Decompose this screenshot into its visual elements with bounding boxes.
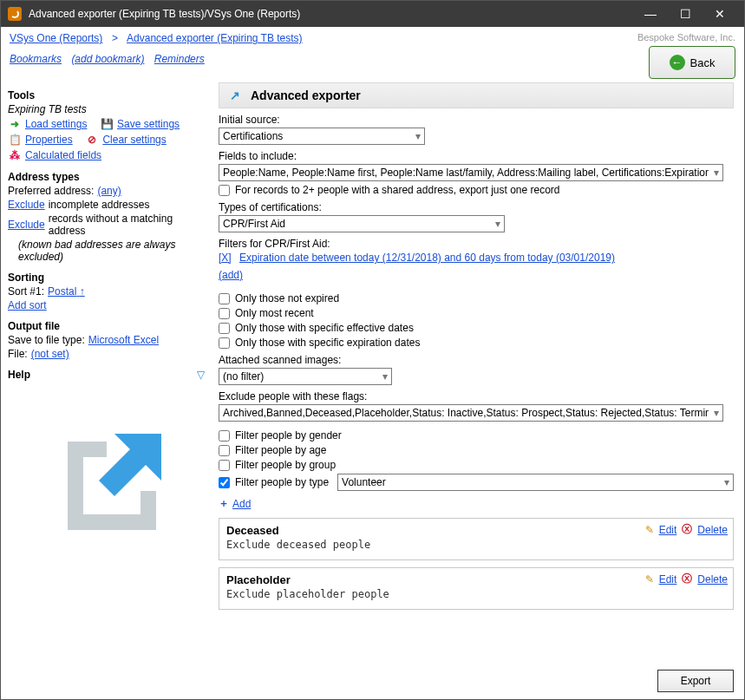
only-effective-dates-label: Only those with specific effective dates — [235, 322, 414, 334]
filter-gender-label: Filter people by gender — [235, 429, 342, 442]
exclude-incomplete-tail: incomplete addresses — [49, 199, 150, 211]
add-sort-link[interactable]: Add sort — [8, 299, 47, 311]
clear-settings-link[interactable]: Clear settings — [102, 134, 166, 146]
save-settings-link[interactable]: Save settings — [117, 118, 180, 130]
export-large-icon — [8, 415, 205, 546]
exclude-flags-select[interactable]: Archived,Banned,Deceased,Placeholder,Sta… — [219, 404, 723, 422]
sort1-link[interactable]: Postal ↑ — [48, 285, 85, 298]
preferred-address-label: Preferred address: — [8, 185, 94, 197]
exclude-incomplete-link[interactable]: Exclude — [8, 199, 45, 211]
sort-asc-icon: ↑ — [80, 285, 85, 298]
chevron-down-icon: ▾ — [495, 218, 500, 230]
remove-filter-link[interactable]: [X] — [219, 252, 232, 264]
exclusion-card: ✎ Edit ⓧ Delete Placeholder Exclude plac… — [219, 567, 734, 610]
help-expand-icon[interactable]: ▽ — [197, 369, 205, 381]
delete-icon: ⓧ — [682, 572, 692, 586]
shared-address-label: For records to 2+ people with a shared a… — [235, 184, 560, 196]
add-filter-link[interactable]: (add) — [219, 269, 243, 281]
only-expiration-dates-label: Only those with specific expiration date… — [235, 337, 420, 349]
pencil-icon: ✎ — [645, 573, 654, 586]
content: ↗ Advanced exporter Initial source: Cert… — [212, 79, 744, 663]
only-not-expired-checkbox[interactable] — [219, 293, 230, 304]
chevron-down-icon: ▾ — [724, 476, 729, 488]
sorting-heading: Sorting — [8, 271, 205, 284]
filter-type-value: Volunteer — [342, 476, 386, 488]
breadcrumb: VSys One (Reports) > Advanced exporter (… — [10, 32, 631, 44]
reminders-link[interactable]: Reminders — [154, 53, 205, 65]
edit-link[interactable]: Edit — [659, 573, 677, 586]
export-button[interactable]: Export — [657, 670, 734, 692]
sidebar: Tools Expiring TB tests ➜ Load settings … — [1, 79, 212, 663]
output-type-link[interactable]: Microsoft Excel — [88, 334, 159, 346]
cert-types-value: CPR/First Aid — [223, 218, 285, 230]
delete-link[interactable]: Delete — [697, 573, 728, 586]
filter-group-checkbox[interactable] — [219, 460, 230, 471]
exclude-flags-label: Exclude people with these flags: — [219, 390, 734, 402]
chevron-down-icon: ▾ — [382, 370, 388, 383]
filter-group-label: Filter people by group — [235, 459, 336, 471]
chevron-down-icon: ▾ — [714, 407, 719, 419]
only-not-expired-label: Only those not expired — [235, 292, 339, 304]
pencil-icon: ✎ — [645, 524, 654, 536]
footer: Export — [1, 663, 744, 699]
clear-settings-icon: ⊘ — [85, 133, 99, 147]
filter-age-label: Filter people by age — [235, 444, 326, 456]
export-icon: ↗ — [226, 87, 244, 104]
calculated-fields-icon: ⁂ — [8, 148, 22, 162]
address-types-heading: Address types — [8, 171, 205, 183]
sort1-label: Sort #1: — [8, 285, 44, 298]
chevron-down-icon: ▾ — [415, 130, 421, 142]
only-most-recent-checkbox[interactable] — [219, 308, 230, 319]
only-expiration-dates-checkbox[interactable] — [219, 337, 230, 349]
fields-include-label: Fields to include: — [219, 150, 734, 162]
initial-source-select[interactable]: Certifications ▾ — [219, 128, 425, 145]
only-most-recent-label: Only most recent — [235, 307, 314, 319]
delete-link[interactable]: Delete — [697, 524, 728, 536]
cert-types-select[interactable]: CPR/First Aid ▾ — [219, 215, 505, 232]
card-description: Exclude deceased people — [226, 539, 726, 551]
only-effective-dates-checkbox[interactable] — [219, 323, 230, 334]
export-label: Export — [681, 675, 711, 687]
exclusion-card: ✎ Edit ⓧ Delete Deceased Exclude decease… — [219, 518, 734, 560]
fields-include-value: People:Name, People:Name first, People:N… — [223, 167, 709, 179]
filter-type-select[interactable]: Volunteer ▾ — [337, 474, 734, 491]
exclude-nomatch-tail: records without a matching address — [49, 213, 205, 237]
attached-images-label: Attached scanned images: — [219, 354, 734, 366]
back-label: Back — [690, 56, 716, 69]
output-file-link[interactable]: (not set) — [31, 348, 69, 360]
save-settings-icon: 💾 — [100, 117, 114, 131]
shared-address-checkbox[interactable] — [219, 185, 230, 196]
filter-age-checkbox[interactable] — [219, 445, 230, 456]
attached-images-select[interactable]: (no filter) ▾ — [219, 368, 392, 385]
plus-icon: ＋ — [219, 496, 229, 511]
exclude-flags-value: Archived,Banned,Deceased,Placeholder,Sta… — [223, 407, 709, 419]
maximize-button[interactable]: ☐ — [668, 1, 703, 27]
filter-expiration-link[interactable]: Expiration date between today (12/31/201… — [239, 252, 615, 264]
calculated-fields-link[interactable]: Calculated fields — [25, 149, 101, 161]
cert-types-label: Types of certifications: — [219, 201, 734, 213]
edit-link[interactable]: Edit — [659, 524, 677, 536]
properties-link[interactable]: Properties — [25, 134, 73, 146]
company-label: Bespoke Software, Inc. — [637, 32, 735, 43]
window-title: Advanced exporter (Expiring TB tests)/VS… — [29, 8, 633, 20]
breadcrumb-current[interactable]: Advanced exporter (Expiring TB tests) — [127, 32, 303, 44]
add-bookmark-link[interactable]: (add bookmark) — [71, 53, 144, 65]
load-settings-link[interactable]: Load settings — [25, 118, 87, 130]
add-link[interactable]: Add — [232, 498, 251, 510]
bookmarks-link[interactable]: Bookmarks — [10, 53, 62, 65]
filter-gender-checkbox[interactable] — [219, 430, 230, 442]
tools-heading: Tools — [8, 89, 205, 101]
back-button[interactable]: ← Back — [649, 46, 735, 79]
output-file-label: File: — [8, 348, 28, 360]
preferred-address-link[interactable]: (any) — [97, 185, 121, 197]
breadcrumb-separator: > — [109, 32, 121, 44]
help-heading[interactable]: Help — [8, 369, 30, 381]
breadcrumb-root[interactable]: VSys One (Reports) — [10, 32, 102, 44]
fields-include-select[interactable]: People:Name, People:Name first, People:N… — [219, 164, 723, 181]
exclude-nomatch-link[interactable]: Exclude — [8, 219, 45, 231]
close-button[interactable]: ✕ — [703, 1, 737, 27]
filter-type-checkbox[interactable] — [219, 477, 230, 488]
load-settings-icon: ➜ — [8, 117, 22, 131]
top-area: VSys One (Reports) > Advanced exporter (… — [1, 27, 744, 79]
minimize-button[interactable]: — — [633, 1, 668, 27]
